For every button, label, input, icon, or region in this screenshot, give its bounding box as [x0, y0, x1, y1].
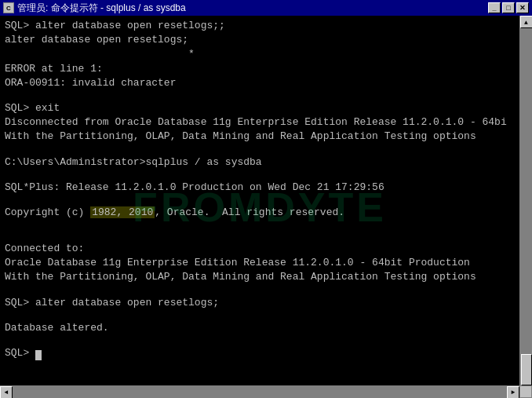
terminal[interactable]: FROMDYTE SQL> alter database open resetl… [0, 16, 519, 398]
terminal-line-blank-1 [5, 90, 515, 101]
terminal-line-blank-5 [5, 220, 515, 231]
scroll-thumb[interactable] [521, 354, 532, 385]
hscroll-right-button[interactable]: ► [507, 386, 519, 399]
terminal-line-14: With the Partitioning, OLAP, Data Mining… [5, 270, 515, 284]
horizontal-scrollbar[interactable]: ◄ ► [0, 385, 519, 398]
minimize-button[interactable]: _ [488, 2, 501, 13]
terminal-line-blank-8 [5, 310, 515, 321]
terminal-line-7: Disconnected from Oracle Database 11g En… [5, 115, 515, 130]
terminal-line-4: ERROR at line 1: [5, 62, 515, 76]
close-button[interactable]: ✕ [516, 2, 529, 13]
terminal-line-3: * [5, 47, 515, 61]
terminal-line-blank-9 [5, 335, 515, 346]
terminal-line-15: SQL> alter database open resetlogs; [5, 296, 515, 310]
terminal-line-blank-6 [5, 231, 515, 242]
terminal-line-11: Copyright (c) 1982, 2010, Oracle. All ri… [5, 206, 515, 220]
terminal-line-blank-3 [5, 170, 515, 181]
window: C 管理员: 命令提示符 - sqlplus / as sysdba _ □ ✕… [0, 0, 532, 398]
terminal-line-6: SQL> exit [5, 101, 515, 115]
vertical-scrollbar[interactable]: ▲ ▼ [519, 16, 532, 398]
title-bar: C 管理员: 命令提示符 - sqlplus / as sysdba _ □ ✕ [0, 0, 532, 16]
terminal-line-2: alter database open resetlogs; [5, 33, 515, 47]
terminal-line-12: Connected to: [5, 242, 515, 256]
terminal-line-13: Oracle Database 11g Enterprise Edition R… [5, 256, 515, 270]
terminal-line-16: Database altered. [5, 321, 515, 335]
window-icon: C [3, 2, 14, 13]
maximize-button[interactable]: □ [502, 2, 515, 13]
hscroll-track[interactable] [13, 386, 507, 398]
terminal-line-blank-2 [5, 144, 515, 155]
scrollbar-corner [519, 385, 532, 398]
terminal-line-5: ORA-00911: invalid character [5, 76, 515, 90]
scroll-track[interactable] [520, 28, 532, 385]
terminal-line-blank-7 [5, 285, 515, 296]
terminal-line-10: SQL*Plus: Release 11.2.0.1.0 Production … [5, 181, 515, 195]
terminal-line-blank-4 [5, 195, 515, 206]
terminal-line-1: SQL> alter database open resetlogs;; [5, 19, 515, 33]
scroll-up-button[interactable]: ▲ [520, 16, 533, 28]
terminal-line-9: C:\Users\Administrator>sqlplus / as sysd… [5, 155, 515, 170]
terminal-line-8: With the Partitioning, OLAP, Data Mining… [5, 130, 515, 144]
hscroll-left-button[interactable]: ◄ [0, 386, 13, 399]
terminal-prompt-line: SQL> [5, 346, 515, 360]
cursor [35, 350, 42, 360]
window-title: 管理员: 命令提示符 - sqlplus / as sysdba [17, 2, 186, 15]
